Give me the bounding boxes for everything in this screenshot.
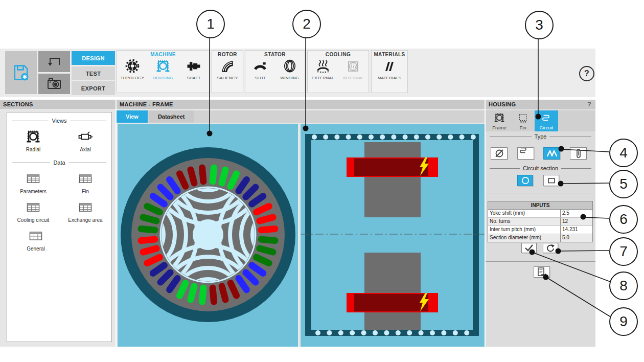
export-document-icon <box>536 267 547 277</box>
callout-number: 4 <box>619 145 628 161</box>
reset-button[interactable] <box>543 243 558 253</box>
slot-label: SLOT <box>255 76 266 80</box>
callout-number: 1 <box>206 16 215 32</box>
data-item-parameters[interactable]: Parameters <box>9 171 58 194</box>
help-button[interactable]: ? <box>579 66 594 81</box>
parameters-table-icon <box>24 171 42 187</box>
table-row: Inter turn pitch (mm) 14.231 <box>488 226 592 234</box>
external-cooling-label: EXTERNAL <box>312 76 334 80</box>
ribbon-item-shaft[interactable]: SHAFT <box>179 58 209 80</box>
housing-label: HOUSING <box>153 76 173 80</box>
shaft-icon <box>186 58 202 75</box>
axial-view-canvas <box>301 124 485 347</box>
yoke-shift-value[interactable]: 2.5 <box>560 210 592 217</box>
export-report-button[interactable] <box>534 266 550 278</box>
ribbon-item-saliency[interactable]: SALIENCY <box>213 58 242 80</box>
circuit-type-pin-button[interactable] <box>570 147 587 160</box>
reset-icon <box>546 244 555 253</box>
circle-section-icon <box>520 176 531 185</box>
ribbon-item-slot[interactable]: SLOT <box>245 58 275 80</box>
callout-7: 7 <box>609 237 638 266</box>
callout-number: 2 <box>303 16 311 32</box>
axial-label: Axial <box>80 147 91 152</box>
sections-panel: Views Radial Axial Data Parameters <box>7 112 112 342</box>
callout-6: 6 <box>609 205 638 234</box>
callout-number: 3 <box>535 17 543 33</box>
data-divider: Data <box>12 160 106 166</box>
callout-4: 4 <box>609 139 638 167</box>
view-item-radial[interactable]: Radial <box>9 129 58 152</box>
radial-view-canvas <box>118 124 298 347</box>
exchange-area-label: Exchange area <box>68 217 102 223</box>
cooling-circuit-label: Cooling circuit <box>17 217 50 223</box>
topology-label: TOPOLOGY <box>121 76 144 80</box>
ribbon-item-winding[interactable]: WINDING <box>275 58 305 80</box>
callout-1: 1 <box>196 10 225 38</box>
callout-number: 9 <box>619 313 628 330</box>
input-label: No. turns <box>488 218 560 225</box>
input-label: Inter turn pitch (mm) <box>488 226 560 234</box>
materials-icon <box>381 58 398 75</box>
inter-turn-pitch-value[interactable]: 14.231 <box>560 226 592 234</box>
section-diameter-value[interactable]: 5.0 <box>560 234 592 242</box>
mode-tab-design[interactable]: DESIGN <box>72 51 115 65</box>
tab-fin[interactable]: Fin <box>511 110 535 131</box>
ribbon-group-cooling: COOLING EXTERNAL <box>307 50 369 93</box>
application-window: ✱ DESIGN TEST EXPORT MAC <box>0 0 644 362</box>
tab-view[interactable]: View <box>117 110 148 123</box>
ribbon-item-external-cooling[interactable]: EXTERNAL <box>308 58 338 80</box>
circuit-type-serpentine-button[interactable] <box>517 147 534 160</box>
no-turns-value[interactable]: 12 <box>560 218 592 225</box>
mode-tab-export[interactable]: EXPORT <box>72 81 115 95</box>
saliency-icon <box>219 58 236 75</box>
group-title-machine: MACHINE <box>117 52 209 57</box>
section-rectangle-button[interactable] <box>543 175 559 186</box>
panel-separator <box>486 261 595 262</box>
callout-8: 8 <box>609 272 638 300</box>
ribbon-item-housing[interactable]: HOUSING <box>148 58 178 80</box>
external-cooling-icon <box>315 58 331 75</box>
tab-datasheet[interactable]: Datasheet <box>149 110 194 123</box>
ribbon-item-materials[interactable]: MATERIALS <box>375 58 404 80</box>
tab-frame[interactable]: Frame <box>488 110 511 131</box>
callout-number: 8 <box>619 278 628 294</box>
callout-number: 6 <box>619 211 628 228</box>
undo-step-icon <box>45 53 63 71</box>
undo-button[interactable] <box>38 51 70 72</box>
callout-number: 7 <box>619 243 628 260</box>
data-item-general[interactable]: General <box>11 228 60 252</box>
winding-bar-bottom <box>347 293 438 312</box>
data-item-exchange-area[interactable]: Exchange area <box>61 199 110 223</box>
ribbon-toolbar: ✱ DESIGN TEST EXPORT MAC <box>0 49 595 97</box>
view-tabbar: View Datasheet <box>117 110 485 123</box>
internal-cooling-icon <box>345 58 361 75</box>
rectangle-section-icon <box>546 176 557 185</box>
group-title-stator: STATOR <box>245 52 305 57</box>
tab-circuit[interactable]: Circuit <box>535 110 558 131</box>
circuit-type-none-button[interactable] <box>491 147 508 160</box>
ribbon-item-topology[interactable]: TOPOLOGY <box>118 58 147 80</box>
apply-button[interactable] <box>521 243 537 253</box>
winding-bar-top <box>347 157 438 177</box>
data-item-cooling-circuit[interactable]: Cooling circuit <box>9 199 58 223</box>
circuit-tab-icon <box>540 112 553 124</box>
mode-tab-test[interactable]: TEST <box>72 66 115 80</box>
data-item-fin[interactable]: Fin <box>61 171 110 194</box>
housing-help-button[interactable]: ? <box>587 101 591 108</box>
circuit-tab-label: Circuit <box>540 125 554 130</box>
callout-number: 5 <box>619 176 628 192</box>
snapshot-button[interactable] <box>38 74 70 94</box>
housing-icon <box>155 58 171 75</box>
camera-icon <box>45 75 63 93</box>
group-title-rotor: ROTOR <box>212 52 243 57</box>
wave-circuit-icon <box>545 148 559 159</box>
view-item-axial[interactable]: Axial <box>61 129 110 152</box>
callout-9: 9 <box>609 307 638 336</box>
group-title-materials: MATERIALS <box>372 52 407 57</box>
internal-cooling-label: INTERNAL <box>343 76 364 80</box>
panel-separator <box>486 193 595 193</box>
winding-icon <box>282 58 298 75</box>
save-button[interactable]: ✱ <box>5 51 37 94</box>
section-circle-button[interactable] <box>517 175 533 186</box>
circuit-type-wave-button[interactable] <box>543 147 560 160</box>
